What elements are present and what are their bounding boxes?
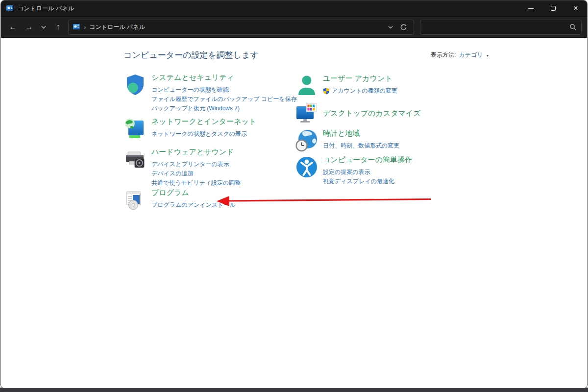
titlebar: コントロール パネル × — [1, 0, 587, 16]
clock-region-icon — [295, 129, 318, 152]
category-clock-region[interactable]: 時計と地域 日付、時刻、数値形式の変更 — [295, 129, 471, 152]
category-link[interactable]: 設定の提案の表示 — [323, 168, 412, 177]
category-link[interactable]: 日付、時刻、数値形式の変更 — [323, 141, 399, 150]
category-title[interactable]: 時計と地域 — [323, 129, 399, 138]
category-system-security[interactable]: システムとセキュリティ コンピューターの状態を確認 ファイル履歴でファイルのバッ… — [123, 73, 300, 113]
close-icon: × — [573, 4, 578, 12]
forward-button[interactable]: → — [21, 19, 37, 35]
category-hardware-sound[interactable]: ハードウェアとサウンド デバイスとプリンターの表示 デバイスの追加 共通で使うモ… — [123, 147, 300, 188]
address-bar[interactable]: › コントロール パネル — [68, 20, 414, 35]
search-input[interactable] — [425, 24, 569, 30]
window-title: コントロール パネル — [18, 4, 74, 13]
category-network-internet[interactable]: ネットワークとインターネット ネットワークの状態とタスクの表示 — [123, 117, 300, 141]
category-title[interactable]: ネットワークとインターネット — [151, 117, 256, 126]
maximize-icon — [551, 6, 556, 11]
category-link[interactable]: 視覚ディスプレイの最適化 — [323, 177, 412, 186]
category-user-accounts[interactable]: ユーザー アカウント アカウントの種類の変更 — [295, 74, 471, 98]
category-link[interactable]: ネットワークの状態とタスクの表示 — [151, 129, 256, 139]
red-arrow-annotation — [215, 193, 434, 209]
category-link[interactable]: デバイスとプリンターの表示 — [151, 160, 241, 169]
system-security-icon — [123, 73, 147, 97]
view-by-caret-icon[interactable]: ▼ — [486, 53, 489, 57]
category-link-change-account-type[interactable]: アカウントの種類の変更 — [323, 86, 397, 96]
control-panel-window: コントロール パネル × ← → ↑ — [0, 0, 588, 389]
window-controls: × — [519, 0, 587, 16]
page-title: コンピューターの設定を調整します — [123, 49, 259, 61]
control-panel-app-icon — [6, 4, 14, 12]
close-button[interactable]: × — [564, 0, 587, 16]
up-button[interactable]: ↑ — [50, 19, 66, 35]
uac-shield-icon — [323, 88, 330, 95]
back-button[interactable]: ← — [5, 19, 21, 35]
control-panel-breadcrumb-icon — [73, 23, 80, 31]
network-internet-icon — [123, 117, 147, 141]
chevron-down-icon — [388, 25, 393, 29]
category-link[interactable]: デバイスの追加 — [151, 169, 241, 178]
search-icon — [569, 24, 576, 30]
search-box[interactable] — [420, 20, 582, 35]
category-link-label: アカウントの種類の変更 — [332, 86, 397, 96]
minimize-button[interactable] — [519, 0, 542, 16]
address-dropdown-button[interactable] — [384, 19, 397, 35]
category-title[interactable]: デスクトップのカスタマイズ — [323, 109, 421, 118]
minimize-icon — [528, 8, 534, 9]
category-title[interactable]: ハードウェアとサウンド — [151, 147, 241, 157]
main-content: コンピューターの設定を調整します 表示方法: カテゴリ ▼ システムとセキュリテ… — [1, 38, 587, 388]
hardware-sound-icon — [123, 147, 147, 171]
category-desktop-customize[interactable]: デスクトップのカスタマイズ — [295, 102, 471, 125]
category-ease-of-access[interactable]: コンピューターの簡単操作 設定の提案の表示 視覚ディスプレイの最適化 — [295, 155, 471, 186]
forward-icon: → — [25, 23, 33, 31]
up-icon: ↑ — [56, 23, 60, 31]
view-by-value[interactable]: カテゴリ — [459, 51, 483, 59]
breadcrumb-control-panel[interactable]: コントロール パネル — [89, 23, 145, 31]
category-title[interactable]: ユーザー アカウント — [323, 74, 397, 83]
view-by-control: 表示方法: カテゴリ ▼ — [431, 51, 489, 59]
back-icon: ← — [9, 23, 17, 31]
category-title[interactable]: コンピューターの簡単操作 — [323, 155, 412, 165]
user-accounts-icon — [295, 74, 318, 98]
desktop-customize-icon — [295, 102, 318, 125]
view-by-label: 表示方法: — [431, 51, 456, 59]
refresh-icon — [400, 24, 407, 31]
category-link[interactable]: 共通で使うモビリティ設定の調整 — [151, 178, 241, 188]
category-link[interactable]: バックアップと復元 (Windows 7) — [151, 104, 297, 113]
chevron-down-icon — [41, 25, 46, 29]
recent-locations-button[interactable] — [37, 19, 50, 35]
maximize-button[interactable] — [542, 0, 564, 16]
programs-icon — [123, 188, 147, 212]
ease-of-access-icon — [295, 155, 318, 179]
category-link[interactable]: コンピューターの状態を確認 — [151, 85, 297, 95]
navigation-bar: ← → ↑ › コントロール パネル — [1, 16, 587, 38]
category-title[interactable]: システムとセキュリティ — [151, 73, 297, 82]
refresh-button[interactable] — [397, 19, 410, 35]
breadcrumb-separator-icon: › — [84, 24, 86, 31]
category-link[interactable]: ファイル履歴でファイルのバックアップ コピーを保存 — [151, 95, 297, 104]
